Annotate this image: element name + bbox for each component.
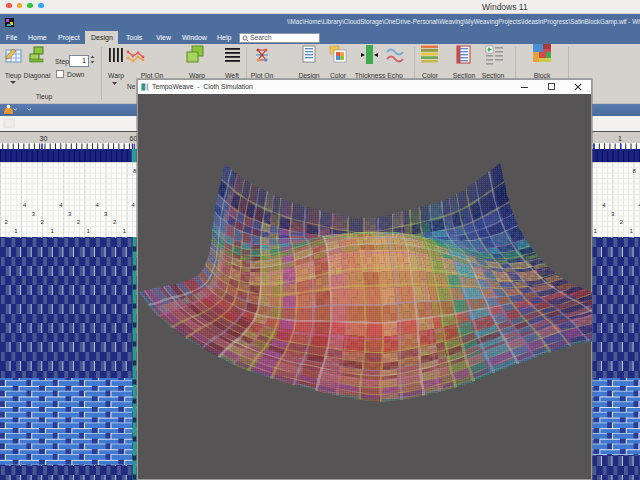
svg-text:1: 1 [618,135,622,142]
svg-text:30: 30 [40,135,48,142]
